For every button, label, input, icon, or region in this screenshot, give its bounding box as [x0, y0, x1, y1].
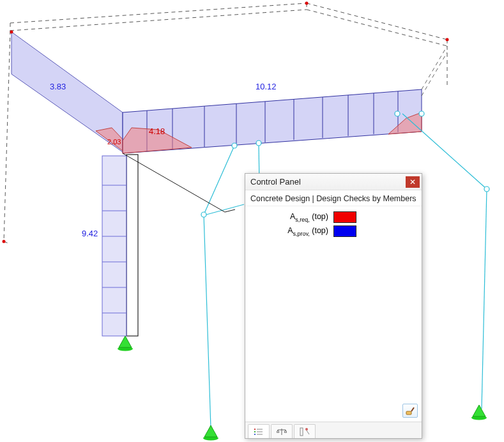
svg-line-29 [422, 46, 447, 89]
svg-line-3 [307, 10, 447, 46]
control-panel-subtitle: Concrete Design | Design Checks by Membe… [245, 190, 422, 206]
tab-scale[interactable] [271, 424, 293, 438]
svg-point-45 [232, 143, 237, 148]
balance-icon [277, 427, 287, 436]
svg-rect-61 [254, 429, 256, 430]
svg-point-12 [10, 31, 13, 34]
svg-point-70 [305, 428, 308, 431]
svg-line-40 [204, 215, 211, 428]
tab-filter[interactable] [294, 424, 316, 438]
svg-line-71 [307, 431, 309, 434]
svg-point-46 [256, 141, 261, 146]
control-panel-body: As,req, (top) As,prov, (top) [245, 206, 422, 422]
control-panel-title: Control Panel [250, 177, 406, 187]
svg-rect-59 [406, 411, 411, 415]
legend-row-as-req: As,req, (top) [250, 211, 416, 223]
svg-point-47 [395, 111, 400, 116]
svg-rect-31 [126, 155, 138, 336]
svg-point-13 [446, 38, 449, 42]
close-button[interactable]: ✕ [406, 176, 420, 188]
svg-rect-32 [102, 156, 126, 336]
svg-line-43 [482, 189, 487, 409]
control-panel-tabs [245, 422, 422, 438]
brush-icon [406, 406, 415, 415]
svg-rect-63 [254, 434, 256, 435]
legend-label-as-req: As,req, (top) [250, 212, 333, 223]
tab-legend[interactable] [248, 424, 270, 438]
svg-line-39 [204, 146, 234, 215]
legend-row-as-prov: As,prov, (top) [250, 225, 416, 237]
svg-line-30 [422, 52, 447, 96]
svg-point-48 [419, 111, 424, 116]
svg-line-7 [4, 31, 10, 241]
svg-point-50 [201, 212, 206, 217]
list-icon [254, 427, 264, 436]
svg-rect-69 [300, 428, 303, 436]
svg-rect-62 [254, 431, 256, 432]
panel-settings-button[interactable] [402, 404, 418, 418]
legend-swatch-blue [333, 225, 356, 237]
svg-point-15 [3, 240, 6, 243]
svg-line-52 [225, 210, 235, 212]
legend-label-as-prov: As,prov, (top) [250, 226, 333, 237]
svg-point-49 [484, 187, 489, 192]
legend-swatch-red [333, 211, 356, 223]
filter-icon [300, 427, 310, 436]
svg-point-14 [305, 2, 309, 5]
svg-line-2 [307, 3, 447, 40]
control-panel[interactable]: Control Panel ✕ Concrete Design | Design… [245, 173, 422, 439]
svg-line-44 [206, 204, 244, 215]
svg-line-60 [411, 408, 414, 411]
close-icon: ✕ [409, 178, 416, 186]
control-panel-titlebar[interactable]: Control Panel ✕ [245, 174, 422, 190]
